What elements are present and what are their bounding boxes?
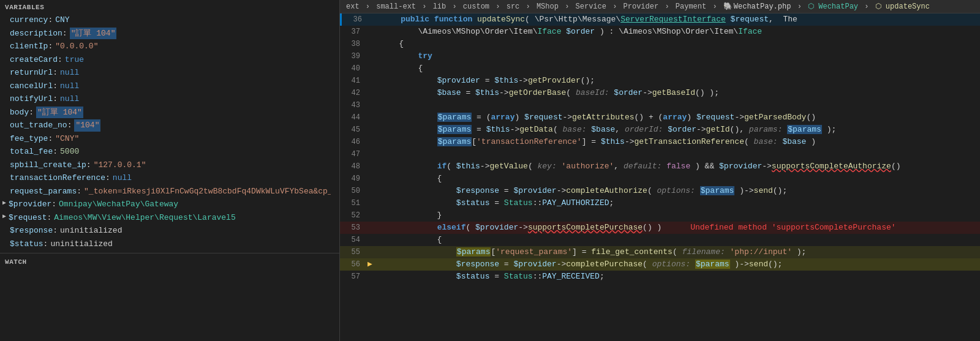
line-content-49: { xyxy=(377,173,980,185)
line-content-48: if( $this->getValue( key: 'authorize', d… xyxy=(377,160,980,173)
code-line-36: 36 public function updateSync( \Psr\Http… xyxy=(340,13,980,26)
code-editor-panel: ext › small-ext › lib › custom › src › M… xyxy=(340,0,980,341)
code-line-42: 42 $base = $this->getOrderBase( baseId: … xyxy=(340,87,980,99)
code-line-54: 54 { xyxy=(340,234,980,246)
var-row-notifyurl: notifyUrl : null xyxy=(0,92,339,106)
php-file-icon: 🐘 xyxy=(723,2,733,11)
current-line-arrow: ▶ xyxy=(368,258,377,271)
line-content-46: $params['transactionReference'] = $this-… xyxy=(377,136,980,148)
code-line-41: 41 $provider = $this->getProvider(); xyxy=(340,75,980,87)
line-content-39: try xyxy=(377,50,980,62)
line-content-54: { xyxy=(377,234,980,246)
line-content-44: $params = (array) $request->getAttribute… xyxy=(377,111,980,124)
var-row-requestparams: request_params : "_token=iRkesji0XlFnCwG… xyxy=(0,185,331,198)
variables-panel: VARIABLES currency : CNY description : "… xyxy=(0,0,340,341)
variables-section-title: VARIABLES xyxy=(0,1,339,13)
line-content-51: $status = Status::PAY_AUTHORIZED; xyxy=(377,197,980,209)
code-line-44: 44 $params = (array) $request->getAttrib… xyxy=(340,111,980,124)
code-line-53: 53 elseif( $provider->supportsCompletePu… xyxy=(340,222,980,234)
expand-icon-request: ▶ xyxy=(2,212,6,221)
var-row-returnurl: returnUrl : null xyxy=(0,66,339,80)
code-line-55: 55 $params['request_params'] = file_get_… xyxy=(340,246,980,258)
code-area[interactable]: 36 public function updateSync( \Psr\Http… xyxy=(340,13,980,341)
line-content-47 xyxy=(377,148,980,160)
var-row-spbillcreateip: spbill_create_ip : "127.0.0.1" xyxy=(0,159,339,172)
expand-icon-provider: ▶ xyxy=(2,198,6,208)
line-content-50: $response = $provider->completeAuthorize… xyxy=(377,185,980,197)
watch-title: WATCH xyxy=(0,256,339,268)
code-line-39: 39 try xyxy=(340,50,980,62)
watch-section: WATCH xyxy=(0,253,339,268)
code-line-52: 52 } xyxy=(340,209,980,222)
var-row-status: $status : uninitialized xyxy=(0,238,339,251)
var-row-createcard: createCard : true xyxy=(0,53,339,67)
line-content-53: elseif( $provider->supportsCompletePurch… xyxy=(377,222,980,234)
code-line-57: 57 $status = Status::PAY_RECEIVED; xyxy=(340,271,980,283)
line-content-36: public function updateSync( \Psr\Http\Me… xyxy=(379,13,980,26)
var-row-clientip: clientIp : "0.0.0.0" xyxy=(0,40,339,53)
var-row-transactionref: transactionReference : null xyxy=(0,171,339,185)
var-row-outtradeno: out_trade_no : "104" xyxy=(0,119,339,132)
breadcrumb: ext › small-ext › lib › custom › src › M… xyxy=(340,0,980,13)
code-line-56: 56 ▶ $response = $provider->completePurc… xyxy=(340,258,980,271)
var-row-description: description : "訂單 104" xyxy=(0,27,339,40)
line-content-41: $provider = $this->getProvider(); xyxy=(377,75,980,87)
var-row-feetype: fee_type : "CNY" xyxy=(0,132,339,146)
var-row-totalfee: total_fee : 5000 xyxy=(0,145,339,159)
line-content-38: { xyxy=(377,38,980,50)
code-line-47: 47 xyxy=(340,148,980,160)
line-content-37: \Aimeos\MShop\Order\Item\Iface $order ) … xyxy=(377,26,980,38)
line-content-56: $response = $provider->completePurchase(… xyxy=(377,258,980,271)
var-row-currency: currency : CNY xyxy=(0,13,339,27)
line-content-52: } xyxy=(377,209,980,222)
code-line-38: 38 { xyxy=(340,38,980,50)
line-content-55: $params['request_params'] = file_get_con… xyxy=(377,246,980,258)
line-content-42: $base = $this->getOrderBase( baseId: $or… xyxy=(377,87,980,99)
var-row-cancelurl: cancelUrl : null xyxy=(0,80,339,93)
var-row-body: body : "訂單 104" xyxy=(0,106,339,119)
code-line-46: 46 $params['transactionReference'] = $th… xyxy=(340,136,980,148)
line-content-40: { xyxy=(377,62,980,75)
code-line-45: 45 $params = $this->getData( base: $base… xyxy=(340,124,980,136)
var-row-provider[interactable]: ▶ $provider : Omnipay\WechatPay\Gateway xyxy=(0,198,339,211)
code-line-49: 49 { xyxy=(340,173,980,185)
code-line-43: 43 xyxy=(340,99,980,111)
code-line-48: 48 if( $this->getValue( key: 'authorize'… xyxy=(340,160,980,173)
line-content-45: $params = $this->getData( base: $base, o… xyxy=(377,124,980,136)
line-content-43 xyxy=(377,99,980,111)
code-line-50: 50 $response = $provider->completeAuthor… xyxy=(340,185,980,197)
line-number-36: 36 xyxy=(342,13,369,26)
code-line-51: 51 $status = Status::PAY_AUTHORIZED; xyxy=(340,197,980,209)
code-line-37: 37 \Aimeos\MShop\Order\Item\Iface $order… xyxy=(340,26,980,38)
code-line-40: 40 { xyxy=(340,62,980,75)
var-row-response: $response : uninitialized xyxy=(0,224,339,238)
line-content-57: $status = Status::PAY_RECEIVED; xyxy=(377,271,980,283)
var-row-request[interactable]: ▶ $request : Aimeos\MW\View\Helper\Reque… xyxy=(0,211,339,225)
